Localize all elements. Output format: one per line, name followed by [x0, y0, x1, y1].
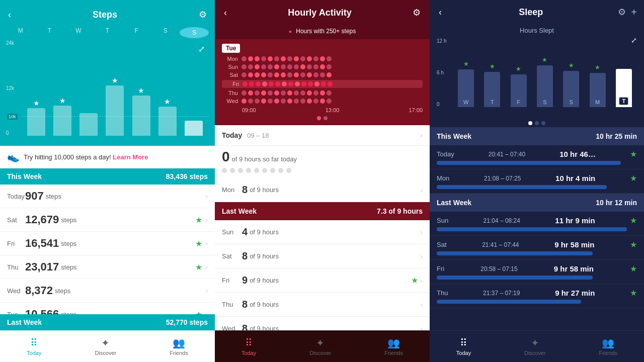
sleep-today-day: Today — [437, 150, 454, 158]
dot — [248, 99, 253, 104]
nav-friends-sleep[interactable]: 👥 Friends — [593, 335, 623, 358]
expand-icon[interactable]: ⤢ — [198, 44, 205, 54]
sleep-sun-row[interactable]: Sun 21:04 – 08:24 11 hr 9 min ★ — [430, 212, 644, 236]
dot — [327, 72, 332, 77]
chevron-tue: › — [205, 310, 208, 314]
hourly-fri-row[interactable]: Fri 9 of 9 hours ★ › — [215, 268, 430, 293]
days-row: M T W T F S S — [6, 25, 209, 40]
steps-row-sat[interactable]: Sat 12,679 steps ★› — [0, 208, 215, 232]
back-button-sleep[interactable]: ‹ — [437, 5, 444, 20]
hourly-body: Today 09 – 18 › 0 of 9 hours so far toda… — [215, 125, 430, 330]
sleep-mon-row[interactable]: Mon 21:08 – 07:25 10 hr 4 min ★ — [430, 169, 644, 194]
prog-dot — [230, 168, 235, 173]
sleep-sat-duration: 9 hr 58 min — [554, 240, 594, 249]
day-sun-hourly: Sun — [222, 228, 242, 236]
this-week-header: This Week 83,436 steps — [0, 168, 215, 185]
dot — [275, 81, 280, 86]
nav-today-steps[interactable]: ⠿ Today — [21, 335, 47, 358]
chevron-wed-hourly: › — [420, 325, 423, 331]
back-button[interactable]: ‹ — [6, 8, 13, 22]
steps-row-fri[interactable]: Fri 16,541 steps ★› — [0, 232, 215, 255]
row-label-sat: Sat — [222, 72, 240, 78]
dot — [294, 90, 299, 96]
dot — [255, 56, 260, 61]
dot — [281, 90, 286, 96]
sleep-thu-row[interactable]: Thu 21:37 – 07:19 9 hr 27 min ★ — [430, 284, 644, 308]
gear-icon[interactable]: ⚙ — [197, 7, 209, 22]
nav-friends-hourly[interactable]: 👥 Friends — [378, 335, 409, 358]
hourly-thu-row[interactable]: Thu 8 of 9 hours › — [215, 293, 430, 317]
last-week-value: 52,770 steps — [166, 318, 208, 326]
discover-icon-steps: ✦ — [101, 337, 110, 349]
sleep-fri-header: Fri 20:58 – 07:15 9 hr 58 min ★ — [437, 264, 637, 274]
today-count: 0 — [222, 149, 230, 165]
nav-friends-steps[interactable]: 👥 Friends — [164, 335, 194, 358]
hourly-mon-row[interactable]: Mon 8 of 9 hours › — [215, 178, 430, 202]
sleep-y-labels: 12 h 6 h 0 — [437, 38, 446, 107]
star-s1: ★ — [542, 56, 547, 63]
dot — [261, 90, 266, 96]
gear-icon-hourly[interactable]: ⚙ — [411, 5, 423, 20]
dot — [249, 81, 254, 86]
chevron-sat-hourly: › — [420, 252, 423, 260]
today-icon-steps: ⠿ — [30, 337, 38, 349]
promo-link[interactable]: Learn More — [113, 153, 148, 161]
steps-count-sat: 12,679 — [25, 213, 59, 226]
prog-dot — [286, 168, 291, 173]
sleep-fri-row[interactable]: Fri 20:58 – 07:15 9 hr 58 min ★ — [430, 260, 644, 284]
sleep-bar-today — [437, 161, 621, 165]
this-week-sleep-header: This Week 10 hr 25 min — [430, 127, 644, 145]
back-button-hourly[interactable]: ‹ — [222, 6, 229, 20]
dot — [248, 56, 253, 61]
nav-today-hourly[interactable]: ⠿ Today — [235, 335, 262, 358]
dot — [262, 81, 267, 86]
wed-of-hours: of 9 hours — [250, 325, 279, 330]
hourly-wed-row[interactable]: Wed 8 of 9 hours › — [215, 317, 430, 330]
day-f: F — [122, 27, 151, 38]
gear-icon-sleep[interactable]: ⚙ — [618, 7, 626, 18]
steps-row-thu[interactable]: Thu 23,017 steps ★› — [0, 255, 215, 279]
sleep-dot-active — [528, 121, 532, 125]
hourly-sun-row[interactable]: Sun 4 of 9 hours › — [215, 220, 430, 244]
hourly-sat-row[interactable]: Sat 8 of 9 hours › — [215, 244, 430, 268]
sleep-sun-header: Sun 21:04 – 08:24 11 hr 9 min ★ — [437, 216, 637, 225]
x-label-s1: S — [543, 99, 546, 105]
steps-unit-thu: steps — [61, 263, 76, 271]
dot — [274, 90, 279, 96]
chevron-fri-hourly: › — [420, 277, 423, 285]
sleep-today-row[interactable]: Today 20:41 – 07:40 10 hr 46… ★ — [430, 145, 644, 169]
tue-badge: Tue — [222, 44, 240, 53]
star-w: ★ — [463, 60, 469, 67]
page-dots — [222, 113, 423, 123]
prog-dot — [222, 168, 227, 173]
nav-discover-steps[interactable]: ✦ Discover — [89, 335, 122, 358]
steps-row-today[interactable]: Today 907 steps › — [0, 185, 215, 208]
hourly-subtitle-text: Hours with 250+ steps — [296, 28, 356, 35]
add-icon-sleep[interactable]: + — [631, 7, 637, 18]
mon-count: 8 — [242, 184, 248, 196]
steps-row-tue[interactable]: Tue 10,566 steps ★› — [0, 303, 215, 314]
sleep-sat-row[interactable]: Sat 21:41 – 07:44 9 hr 58 min ★ — [430, 236, 644, 260]
sleep-sat-day: Sat — [437, 241, 447, 248]
thu-of-hours: of 9 hours — [250, 301, 279, 308]
day-label-fri: Fri — [7, 240, 25, 247]
star-fri-sleep: ★ — [630, 264, 637, 274]
bar-tue-fill: ★ — [53, 106, 71, 136]
dot — [307, 64, 312, 69]
dot — [300, 90, 305, 96]
nav-discover-sleep[interactable]: ✦ Discover — [518, 335, 552, 358]
nav-discover-hourly[interactable]: ✦ Discover — [303, 335, 337, 358]
steps-row-wed[interactable]: Wed 8,372 steps › — [0, 279, 215, 303]
row-label-fri: Fri — [223, 81, 241, 87]
bar-mon: ★ — [23, 40, 49, 136]
day-sat-hourly: Sat — [222, 252, 242, 260]
prog-dot — [270, 168, 275, 173]
sleep-bar-sat — [437, 251, 593, 255]
nav-today-sleep[interactable]: ⠿ Today — [450, 335, 477, 358]
day-wed-hourly: Wed — [222, 325, 242, 330]
bar-thu-fill: ★ — [106, 85, 124, 136]
hourly-today-row[interactable]: Today 09 – 18 › — [215, 125, 430, 146]
bar-wed — [75, 40, 102, 136]
star-m: ★ — [595, 64, 600, 71]
nav-discover-label-sleep: Discover — [524, 350, 546, 356]
